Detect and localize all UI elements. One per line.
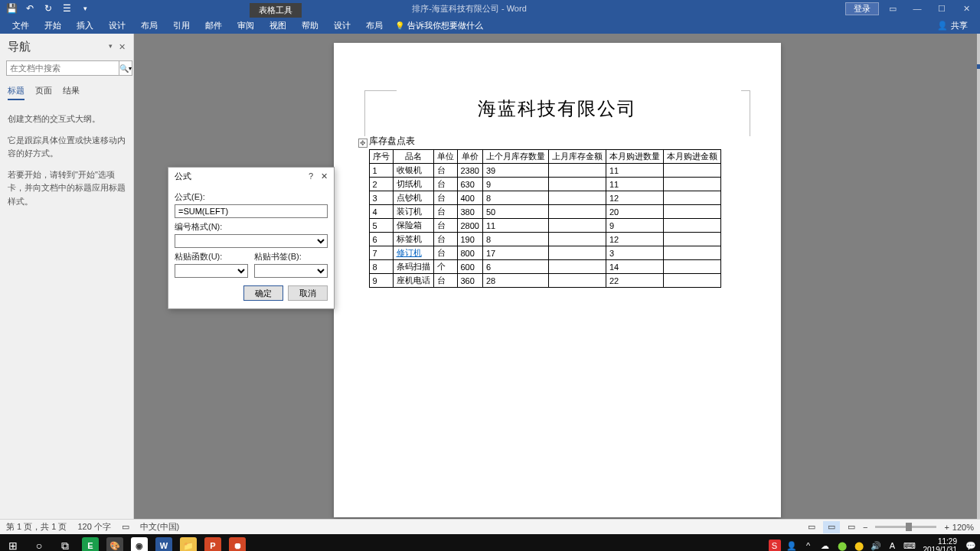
table-cell[interactable]: 400 (457, 191, 482, 205)
table-cell[interactable]: 3 (606, 246, 663, 260)
table-cell[interactable]: 4 (369, 205, 393, 219)
zoom-in-icon[interactable]: + (944, 523, 949, 532)
minimize-icon[interactable]: — (906, 1, 928, 16)
table-cell[interactable]: 9 (606, 219, 663, 233)
taskbar-app-recorder[interactable]: ⏺ (225, 534, 250, 551)
table-row[interactable]: 9座机电话台3602822 (369, 274, 720, 288)
table-cell[interactable]: 收银机 (393, 164, 433, 178)
paste-function-combo[interactable] (175, 264, 248, 278)
table-cell[interactable] (663, 246, 720, 260)
table-cell[interactable] (548, 233, 606, 246)
touch-mode-icon[interactable]: ☰ (61, 3, 72, 14)
table-anchor-icon[interactable]: ✥ (358, 139, 368, 148)
table-cell[interactable] (663, 205, 720, 219)
table-cell[interactable]: 6 (482, 260, 548, 274)
tab-review[interactable]: 审阅 (230, 18, 262, 34)
table-row[interactable]: 8条码扫描个600614 (369, 260, 720, 274)
table-cell[interactable] (548, 164, 606, 178)
tab-insert[interactable]: 插入 (69, 18, 101, 34)
taskbar-app-chrome[interactable]: ◉ (127, 534, 152, 551)
table-cell[interactable]: 190 (457, 233, 482, 246)
taskbar-clock[interactable]: 11:29 2019/1/31 (920, 537, 961, 551)
maximize-icon[interactable]: ☐ (931, 1, 952, 16)
dialog-close-icon[interactable]: ✕ (321, 171, 328, 181)
dialog-help-icon[interactable]: ? (309, 171, 313, 181)
table-cell[interactable]: 保险箱 (393, 219, 433, 233)
table-cell[interactable]: 台 (433, 205, 457, 219)
tray-up-icon[interactable]: ^ (802, 540, 815, 551)
table-cell[interactable]: 1 (369, 164, 393, 178)
table-cell[interactable] (548, 274, 606, 288)
zoom-out-icon[interactable]: − (863, 523, 867, 532)
status-page[interactable]: 第 1 页，共 1 页 (6, 521, 67, 533)
table-row[interactable]: 4装订机台3805020 (369, 205, 720, 219)
dialog-titlebar[interactable]: 公式 ? ✕ (168, 168, 334, 185)
table-cell[interactable]: 台 (433, 178, 457, 191)
table-cell[interactable]: 2 (369, 178, 393, 191)
table-cell[interactable] (548, 178, 606, 191)
view-print-icon[interactable]: ▭ (823, 521, 840, 533)
table-cell[interactable]: 个 (433, 260, 457, 274)
table-cell[interactable]: 20 (606, 205, 663, 219)
table-cell[interactable]: 装订机 (393, 205, 433, 219)
table-row[interactable]: 3点钞机台400812 (369, 191, 720, 205)
table-cell[interactable]: 修订机 (393, 246, 433, 260)
ribbon-display-icon[interactable]: ▭ (882, 1, 903, 16)
tray-volume-icon[interactable]: 🔊 (870, 540, 882, 551)
view-web-icon[interactable]: ▭ (843, 521, 860, 533)
table-cell[interactable]: 17 (482, 246, 548, 260)
table-cell[interactable]: 台 (433, 219, 457, 233)
table-cell[interactable]: 2800 (457, 219, 482, 233)
task-view-icon[interactable]: ⧉ (52, 534, 78, 551)
table-cell[interactable]: 台 (433, 246, 457, 260)
table-cell[interactable] (548, 219, 606, 233)
table-cell[interactable]: 39 (482, 164, 548, 178)
zoom-level[interactable]: 120% (952, 523, 974, 532)
table-cell[interactable]: 切纸机 (393, 178, 433, 191)
table-cell[interactable]: 台 (433, 164, 457, 178)
tray-ime-icon[interactable]: A (887, 540, 899, 551)
table-cell[interactable]: 标签机 (393, 233, 433, 246)
table-cell[interactable]: 50 (482, 205, 548, 219)
qat-dropdown-icon[interactable]: ▾ (80, 3, 90, 14)
cancel-button[interactable]: 取消 (288, 285, 328, 301)
nav-search-button[interactable]: 🔍 ▾ (119, 60, 132, 76)
tray-cloud-icon[interactable]: ☁ (819, 540, 831, 551)
login-button[interactable]: 登录 (845, 2, 879, 15)
cortana-icon[interactable]: ○ (26, 534, 52, 551)
table-cell[interactable] (663, 191, 720, 205)
tab-table-design[interactable]: 设计 (326, 18, 358, 34)
tray-keyboard-icon[interactable]: ⌨ (903, 540, 916, 551)
table-cell[interactable] (663, 260, 720, 274)
undo-icon[interactable]: ↶ (24, 3, 35, 14)
tab-table-layout[interactable]: 布局 (358, 18, 390, 34)
table-cell[interactable]: 600 (457, 260, 482, 274)
status-words[interactable]: 120 个字 (77, 521, 110, 533)
table-cell[interactable]: 座机电话 (393, 274, 433, 288)
nav-tab-headings[interactable]: 标题 (8, 85, 24, 100)
table-cell[interactable]: 630 (457, 178, 482, 191)
share-button[interactable]: 👤 共享 (929, 20, 975, 31)
table-cell[interactable]: 5 (369, 219, 393, 233)
table-cell[interactable] (663, 233, 720, 246)
save-icon[interactable]: 💾 (6, 3, 17, 14)
tray-people-icon[interactable]: 👤 (786, 540, 798, 551)
start-button[interactable]: ⊞ (0, 534, 26, 551)
paste-bookmark-combo[interactable] (254, 264, 328, 278)
tell-me-search[interactable]: 💡 告诉我你想要做什么 (390, 20, 488, 31)
table-cell[interactable]: 12 (606, 191, 663, 205)
table-cell[interactable] (663, 178, 720, 191)
action-center-icon[interactable]: 💬 (965, 540, 977, 551)
formula-input[interactable] (175, 204, 328, 218)
taskbar-app-explorer[interactable]: E (78, 534, 103, 551)
close-icon[interactable]: ✕ (956, 1, 977, 16)
tab-mailings[interactable]: 邮件 (198, 18, 230, 34)
table-cell[interactable]: 22 (606, 274, 663, 288)
tab-home[interactable]: 开始 (37, 18, 69, 34)
tab-design[interactable]: 设计 (101, 18, 133, 34)
scrollbar-thumb[interactable] (977, 64, 980, 69)
table-row[interactable]: 2切纸机台630911 (369, 178, 720, 191)
table-cell[interactable]: 8 (369, 260, 393, 274)
nav-search-input[interactable] (6, 60, 119, 76)
status-language[interactable]: 中文(中国) (140, 521, 179, 533)
